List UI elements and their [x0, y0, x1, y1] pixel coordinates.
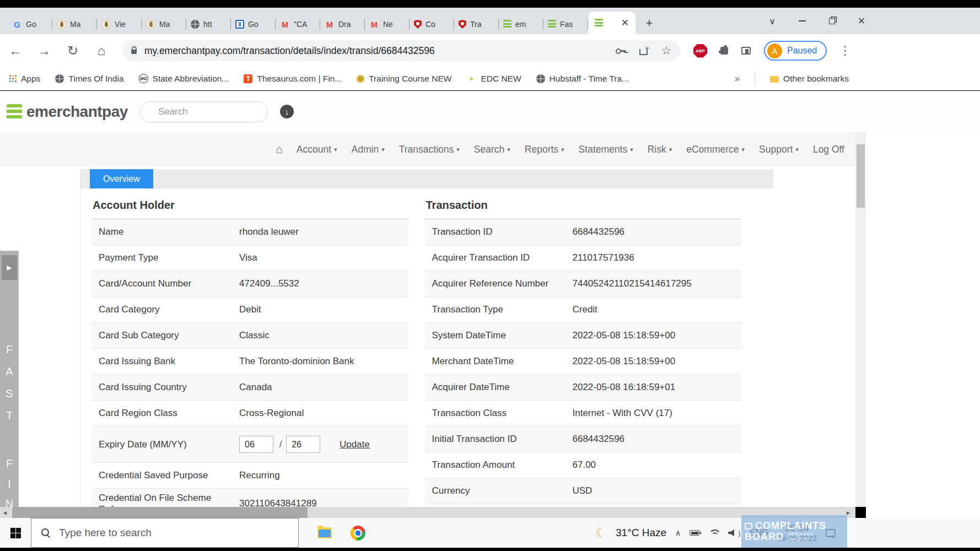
browser-tab[interactable]: Ne: [365, 14, 410, 34]
horizontal-scrollbar-thumb[interactable]: [12, 507, 308, 518]
calendar-icon: [235, 20, 244, 29]
tab-label: Fas: [560, 20, 573, 29]
weather-text[interactable]: 31°C Haze: [616, 527, 666, 539]
back-icon[interactable]: ←: [8, 43, 23, 58]
file-explorer-button[interactable]: [317, 527, 332, 538]
browser-tab[interactable]: Fas: [543, 14, 588, 34]
bookmark-star-icon[interactable]: [661, 46, 671, 56]
tray-chevron-icon[interactable]: ∧: [675, 528, 681, 537]
table-row: Card Issuing BankThe Toronto-dominion Ba…: [91, 349, 408, 375]
sync-paused-label: Paused: [787, 46, 817, 56]
bookmark-item[interactable]: Hubstaff - Time Tra...: [536, 74, 629, 84]
medal-icon: [357, 75, 364, 83]
minimize-icon: [799, 20, 806, 21]
reload-icon[interactable]: ↻: [65, 43, 80, 58]
side-overlay-letter: A: [0, 365, 19, 378]
browser-tab[interactable]: Tra: [454, 14, 499, 34]
update-link[interactable]: Update: [340, 439, 370, 450]
tab-label: "CA: [294, 20, 307, 29]
browser-tab[interactable]: Ma: [142, 14, 186, 34]
nav-item-search[interactable]: Search▾: [467, 144, 518, 155]
row-label: Expiry Date (MM/YY): [99, 435, 239, 453]
bookmark-item[interactable]: Training Course NEW: [357, 74, 451, 84]
expiry-year-input[interactable]: [286, 436, 320, 453]
table-row: CurrencyUSD: [425, 478, 742, 504]
browser-tab[interactable]: Dra: [320, 14, 365, 34]
start-button[interactable]: [0, 518, 31, 548]
tab-overview[interactable]: Overview: [90, 169, 153, 188]
nav-item-risk[interactable]: Risk▾: [640, 144, 680, 155]
nav-item-reports[interactable]: Reports▾: [518, 144, 572, 155]
browser-tab[interactable]: "CA: [276, 14, 320, 34]
wifi-icon[interactable]: [708, 529, 719, 537]
taskbar-search-box[interactable]: Type here to search: [31, 518, 299, 548]
nav-item-log-off[interactable]: Log Off: [806, 144, 847, 155]
vertical-scrollbar[interactable]: [855, 132, 866, 507]
profile-button[interactable]: A Paused: [764, 41, 827, 61]
password-key-icon[interactable]: [615, 45, 626, 56]
expiry-month-input[interactable]: [239, 436, 273, 453]
side-overlay-arrow-icon[interactable]: ►: [2, 255, 17, 280]
tab-label: Co: [426, 20, 435, 29]
row-label: Transaction Type: [432, 300, 573, 318]
nav-item-transactions[interactable]: Transactions▾: [392, 144, 467, 155]
site-search-input[interactable]: Search: [140, 101, 268, 122]
history-button[interactable]: ↓: [280, 105, 294, 118]
horizontal-scrollbar[interactable]: ◄ ►: [0, 507, 855, 518]
nav-item-ecommerce[interactable]: eCommerce▾: [679, 144, 752, 155]
thesaurus-icon: [244, 74, 252, 83]
emerchantpay-logo[interactable]: emerchantpay: [7, 103, 128, 121]
chrome-menu-icon[interactable]: [840, 46, 850, 56]
nav-item-account[interactable]: Account▾: [289, 144, 344, 155]
side-panel-icon[interactable]: [741, 47, 751, 55]
row-label: Card Issuing Country: [99, 378, 239, 396]
lock-icon[interactable]: [131, 50, 137, 54]
adblock-abp-icon[interactable]: ABP: [693, 44, 707, 58]
shield-icon: [414, 20, 422, 29]
close-tab-icon[interactable]: ✕: [621, 17, 629, 29]
address-bar[interactable]: my.emerchantpay.com/transaction/details/…: [122, 40, 680, 61]
nav-item-label: Admin: [352, 144, 379, 155]
nav-item-statements[interactable]: Statements▾: [572, 144, 640, 155]
home-icon[interactable]: ⌂: [94, 43, 109, 58]
side-overlay-letter: I: [0, 478, 19, 490]
close-window-button[interactable]: ×: [856, 15, 867, 26]
bookmark-item[interactable]: Times Of India: [55, 74, 123, 84]
bookmarks-overflow-chevron[interactable]: »: [735, 73, 740, 84]
row-value: 67.00: [573, 460, 742, 471]
bookmark-item[interactable]: State Abbreviation...: [139, 74, 229, 84]
side-overlay-letter: T: [0, 409, 19, 422]
nav-item-admin[interactable]: Admin▾: [344, 144, 392, 155]
restore-button[interactable]: [826, 15, 837, 26]
browser-tab[interactable]: Go: [231, 14, 276, 34]
bookmark-item[interactable]: Apps: [9, 74, 40, 84]
tab-label: Ma: [159, 20, 170, 29]
url-text[interactable]: my.emerchantpay.com/transaction/details/…: [144, 45, 607, 57]
battery-icon[interactable]: [690, 530, 699, 536]
speaker-icon[interactable]: [728, 530, 736, 537]
restore-icon: [829, 18, 835, 24]
vertical-scrollbar-thumb[interactable]: [857, 144, 865, 208]
other-bookmarks-button[interactable]: Other bookmarks: [770, 74, 849, 84]
active-browser-tab[interactable]: ✕: [588, 12, 636, 34]
bookmark-item[interactable]: EDC NEW: [466, 74, 521, 84]
weather-moon-icon[interactable]: [595, 526, 607, 541]
table-row-expiry: Expiry Date (MM/YY) / Update: [91, 426, 408, 463]
browser-tab[interactable]: Go: [8, 14, 52, 34]
minimize-button[interactable]: [796, 15, 807, 26]
nav-home-icon[interactable]: ⌂: [269, 143, 289, 156]
browser-tab[interactable]: Ma: [52, 14, 97, 34]
browser-tab[interactable]: htt: [186, 14, 231, 34]
extensions-puzzle-icon[interactable]: [720, 47, 728, 55]
browser-tab[interactable]: em: [499, 14, 543, 34]
bookmark-item[interactable]: Thesaurus.com | Fin...: [244, 74, 342, 84]
tab-search-chevron-icon[interactable]: ∨: [767, 15, 778, 26]
browser-tab[interactable]: Co: [410, 14, 454, 34]
nav-item-support[interactable]: Support▾: [752, 144, 806, 155]
chrome-button[interactable]: [351, 526, 365, 541]
row-label: Acquirer Reference Number: [432, 274, 573, 293]
browser-tab[interactable]: Vie: [97, 14, 142, 34]
share-icon[interactable]: [638, 45, 649, 56]
forward-icon[interactable]: →: [36, 43, 52, 58]
new-tab-button[interactable]: +: [641, 15, 658, 31]
